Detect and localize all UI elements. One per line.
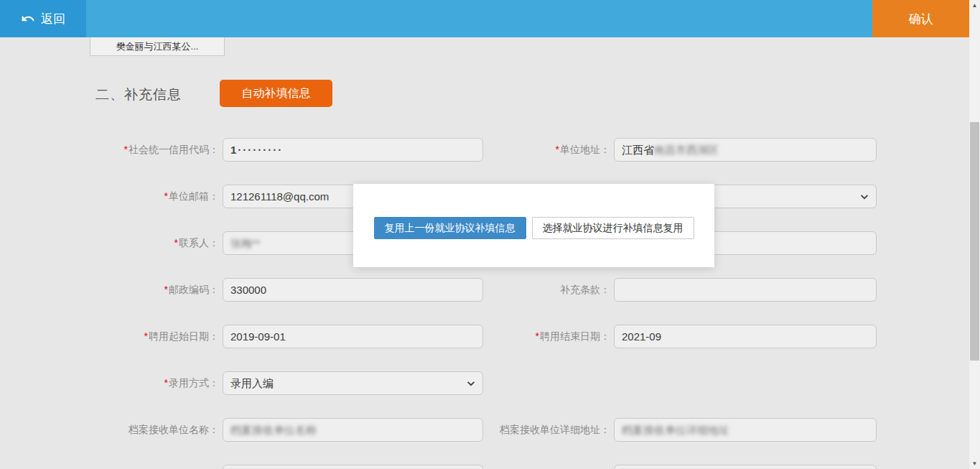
form-row [0,465,969,469]
truncated-input[interactable] [614,465,877,469]
required-asterisk: * [174,237,178,249]
select-agreement-label: 选择就业协议进行补填信息复用 [543,222,683,235]
field-label-supplementary-terms: 补充条款： [395,278,610,302]
field-label-employment-start-date: *聘用起始日期： [0,325,219,348]
form-row: *录用方式： 录用入编 [0,371,969,395]
field-label-archive-receiver-address: 档案接收单位详细地址： [395,418,610,442]
required-asterisk: * [164,190,168,202]
form-row: 档案接收单位名称： 档案接收单位名称 档案接收单位详细地址： 档案接收单位详细地… [0,418,969,442]
page: 返回 确认 樊金丽与江西某公... 二、补充信息 自动补填信息 *社会统一信用代… [0,0,980,469]
vertical-scrollbar[interactable]: ▲ ▼ [969,0,980,469]
field-label-recruitment-method: *录用方式： [0,371,219,395]
back-button[interactable]: 返回 [0,0,86,37]
required-asterisk: * [164,377,168,389]
agreement-tab[interactable]: 樊金丽与江西某公... [90,37,225,56]
field-label-postal-code: *邮政编码： [0,278,219,302]
section-title: 二、补充信息 [95,85,182,104]
field-label-credit-code: *社会统一信用代码： [0,138,219,162]
confirm-button[interactable]: 确认 [872,0,969,37]
truncated-input[interactable] [223,465,483,469]
recruitment-method-select[interactable]: 录用入编 [223,371,483,395]
redacted-text: 档案接收单位详细地址 [622,424,729,436]
redacted-text: 张梅** [230,237,261,249]
start-date-value: 2019-09-01 [230,330,286,343]
reuse-previous-label: 复用上一份就业协议补填信息 [385,222,515,235]
employment-end-date-input[interactable]: 2021-09 [614,325,877,348]
supplementary-terms-input[interactable] [614,278,877,302]
form-row: *邮政编码： 330000 补充条款： [0,278,969,302]
reuse-popup: 复用上一份就业协议补填信息 选择就业协议进行补填信息复用 [353,184,714,267]
required-asterisk: * [556,144,559,155]
redacted-text: 南昌市西湖区 [654,144,719,156]
required-asterisk: * [164,284,168,295]
postal-code-value: 330000 [230,284,266,296]
scroll-up-arrow-icon[interactable]: ▲ [969,0,980,11]
archive-receiver-address-input[interactable]: 档案接收单位详细地址 [614,418,877,442]
field-label-contact-person: *联系人： [0,231,219,255]
required-asterisk: * [536,330,539,342]
required-asterisk: * [144,330,148,342]
required-asterisk: * [124,144,128,155]
field-label-company-email: *单位邮箱： [0,185,219,208]
scroll-down-arrow-icon[interactable]: ▼ [969,458,980,469]
agreement-tab-label: 樊金丽与江西某公... [116,40,199,53]
credit-code-value: 1········· [230,144,283,156]
reuse-previous-agreement-button[interactable]: 复用上一份就业协议补填信息 [374,217,526,239]
company-email-value: 121261118@qq.com [230,190,329,203]
company-address-value: 江西省 [622,144,654,156]
company-address-input[interactable]: 江西省南昌市西湖区 [614,138,877,162]
reuse-popup-buttons: 复用上一份就业协议补填信息 选择就业协议进行补填信息复用 [353,217,714,239]
confirm-button-label: 确认 [909,11,933,27]
recruitment-method-value: 录用入编 [230,377,274,389]
form-row: *社会统一信用代码： 1········· *单位地址： 江西省南昌市西湖区 [0,138,969,162]
chevron-down-icon [859,192,869,202]
top-bar: 返回 确认 [0,0,969,37]
field-label-archive-receiver-name: 档案接收单位名称： [0,418,219,442]
field-label-employment-end-date: *聘用结束日期： [395,325,610,348]
select-agreement-to-reuse-button[interactable]: 选择就业协议进行补填信息复用 [532,217,694,239]
form-row: *聘用起始日期： 2019-09-01 *聘用结束日期： 2021-09 [0,325,969,348]
undo-arrow-icon [21,11,35,26]
redacted-text: 档案接收单位名称 [230,424,317,436]
autofill-button-label: 自动补填信息 [242,86,311,101]
end-date-value: 2021-09 [622,330,661,343]
chevron-down-icon [466,379,476,389]
scrollbar-thumb[interactable] [970,122,979,361]
autofill-button[interactable]: 自动补填信息 [220,80,332,107]
field-label-company-address: *单位地址： [395,138,610,162]
back-button-label: 返回 [41,11,65,27]
